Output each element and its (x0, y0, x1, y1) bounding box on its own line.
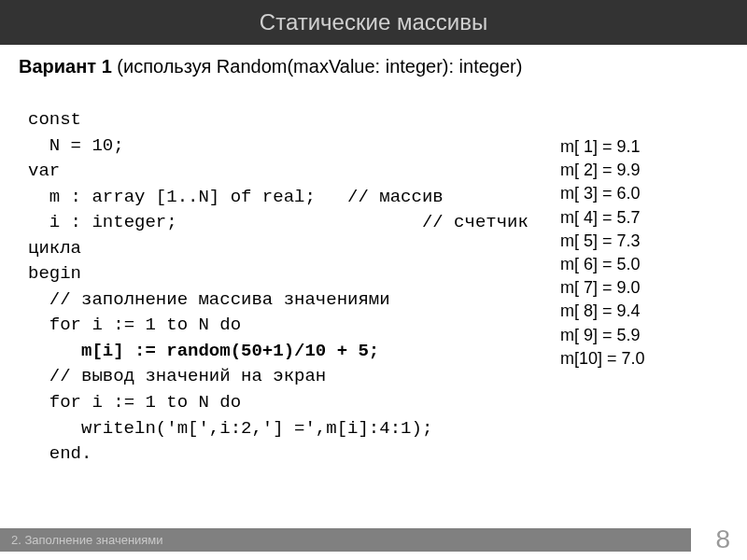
slide-footer: 2. Заполнение значениями 8 (0, 526, 747, 553)
code-line: // заполнение массива значениями (28, 289, 390, 310)
code-line: writeln('m[',i:2,'] =',m[i]:4:1); (28, 418, 432, 439)
content-area: const N = 10; var m : array [1..N] of re… (0, 89, 747, 468)
code-line: end. (28, 443, 92, 464)
code-line-bold: m[i] := random(50+1)/10 + 5; (28, 341, 379, 361)
code-line: var (28, 161, 60, 181)
code-line: N = 10; (28, 135, 124, 156)
output-line: m[ 8] = 9.4 (560, 300, 719, 323)
slide-subtitle: Вариант 1 (используя Random(maxValue: in… (0, 45, 747, 89)
output-line: m[ 9] = 5.9 (560, 324, 719, 347)
code-line: const (28, 109, 81, 130)
output-line: m[ 1] = 9.1 (560, 135, 719, 159)
code-block: const N = 10; var m : array [1..N] of re… (28, 107, 551, 468)
variant-description: (используя Random(maxValue: integer): in… (112, 56, 523, 77)
output-line: m[ 4] = 5.7 (560, 206, 719, 230)
slide-header: Статические массивы (0, 0, 747, 45)
code-line: // вывод значений на экран (28, 366, 326, 386)
code-line: for i := 1 to N do (28, 392, 241, 413)
code-line: i : integer; // счетчик цикла (28, 212, 539, 259)
slide-title: Статические массивы (260, 9, 487, 35)
output-line: m[ 3] = 6.0 (560, 182, 719, 205)
code-line: m : array [1..N] of real; // массив (28, 187, 444, 207)
output-block: m[ 1] = 9.1 m[ 2] = 9.9 m[ 3] = 6.0 m[ 4… (551, 107, 719, 468)
footer-section-label: 2. Заполнение значениями (0, 528, 691, 552)
output-line: m[10] = 7.0 (560, 347, 719, 371)
output-line: m[ 7] = 9.0 (560, 276, 719, 300)
output-line: m[ 6] = 5.0 (560, 253, 719, 276)
code-line: for i := 1 to N do (28, 315, 241, 335)
code-line: begin (28, 263, 81, 284)
variant-label: Вариант 1 (19, 56, 112, 77)
output-line: m[ 2] = 9.9 (560, 159, 719, 182)
page-number: 8 (698, 525, 747, 554)
output-line: m[ 5] = 7.3 (560, 230, 719, 253)
